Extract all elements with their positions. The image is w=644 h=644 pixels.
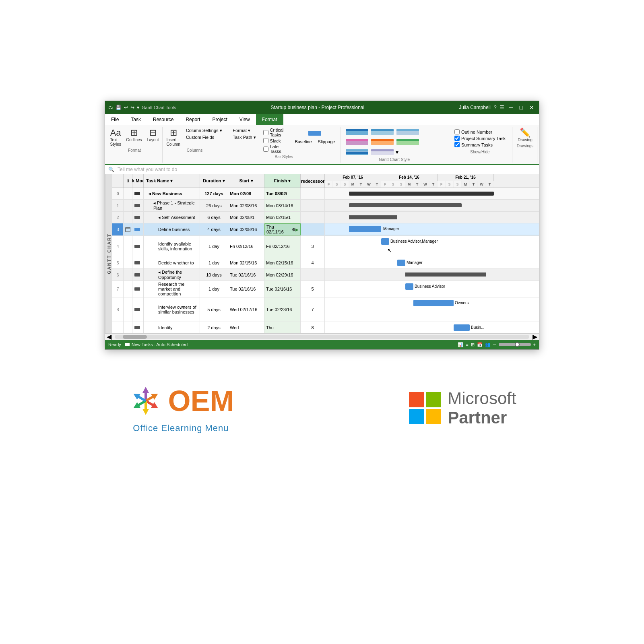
critical-tasks-input[interactable] bbox=[263, 130, 268, 135]
close-btn[interactable]: ✕ bbox=[528, 104, 536, 111]
baseline-btn[interactable]: Baseline bbox=[292, 139, 314, 144]
gantt-date-header: Feb 07, '16 Feb 14, '16 Feb 21, '16 F S … bbox=[325, 174, 539, 188]
gantt-bar-5 bbox=[397, 260, 405, 266]
table-row[interactable]: 8 Interview owners of similar businesses… bbox=[112, 297, 539, 322]
cursor-indicator: ↖ bbox=[387, 247, 392, 254]
gantt-style-8[interactable] bbox=[370, 148, 394, 157]
project-summary-input[interactable] bbox=[454, 136, 460, 141]
table-row[interactable]: 4 Identify available skills, information… bbox=[112, 236, 539, 257]
col-header-start[interactable]: Start ▾ bbox=[228, 174, 264, 188]
svg-rect-28 bbox=[134, 308, 140, 311]
scrollbar-track[interactable] bbox=[115, 335, 529, 339]
undo-btn[interactable]: ↩ bbox=[124, 105, 128, 110]
gantt-style-1[interactable] bbox=[345, 128, 369, 136]
tab-resource[interactable]: Resource bbox=[147, 114, 180, 125]
outline-number-check[interactable]: Outline Number bbox=[454, 129, 506, 134]
col-header-mode[interactable]: Task Mode ▾ bbox=[132, 174, 144, 188]
gantt-style-more[interactable]: ▾ bbox=[396, 149, 398, 155]
gridlines-btn[interactable]: ⊞ Gridlines bbox=[124, 128, 143, 143]
gantt-style-4[interactable] bbox=[345, 138, 369, 147]
gridlines-icon: ⊞ bbox=[130, 128, 138, 137]
quick-access-more[interactable]: ▾ bbox=[137, 105, 139, 110]
oem-arrows-icon bbox=[128, 383, 164, 419]
late-tasks-input[interactable] bbox=[263, 147, 268, 152]
gantt-style-6[interactable] bbox=[396, 138, 420, 147]
gantt-style-5[interactable] bbox=[370, 138, 394, 147]
task-start-3: Mon 02/08/16 bbox=[228, 223, 264, 235]
gantt-style-3[interactable] bbox=[396, 128, 420, 136]
zoom-out-btn[interactable]: ─ bbox=[493, 342, 496, 347]
zoom-slider[interactable] bbox=[499, 343, 531, 346]
table-row[interactable]: 7 Research the market and competition 1 … bbox=[112, 281, 539, 297]
ribbon-display-icon[interactable]: ☰ bbox=[500, 105, 504, 110]
search-placeholder[interactable]: Tell me what you want to do bbox=[118, 167, 177, 172]
col-header-pred[interactable]: Predecessors bbox=[301, 174, 325, 188]
layout-btn[interactable]: ⊟ Layout bbox=[145, 128, 161, 143]
tab-format[interactable]: Format bbox=[256, 114, 283, 125]
slack-check[interactable]: Slack bbox=[263, 138, 289, 143]
gantt-style-7[interactable] bbox=[345, 148, 369, 157]
oem-top: OEM bbox=[128, 383, 234, 419]
tab-project[interactable]: Project bbox=[206, 114, 233, 125]
critical-tasks-check[interactable]: Critical Tasks bbox=[263, 128, 289, 137]
task-start-7: Tue 02/16/16 bbox=[228, 281, 264, 297]
gantt-chart-vertical-label: GANTT CHART bbox=[105, 174, 112, 333]
late-tasks-check[interactable]: Late Tasks bbox=[263, 144, 289, 154]
gantt-style-2[interactable] bbox=[370, 128, 394, 136]
redo-btn[interactable]: ↪ bbox=[130, 105, 134, 110]
maximize-btn[interactable]: □ bbox=[518, 104, 524, 111]
col-header-task-name[interactable]: Task Name ▾ bbox=[144, 174, 200, 188]
col-header-finish[interactable]: Finish ▾ bbox=[264, 174, 301, 188]
tab-file[interactable]: File bbox=[105, 114, 125, 125]
table-row[interactable]: 0 ◂ New Business 127 days Mon 02/08 Tue … bbox=[112, 188, 539, 200]
scrollbar-thumb[interactable] bbox=[123, 335, 147, 339]
scroll-right-btn[interactable]: ▶ bbox=[531, 333, 539, 341]
gantt-row-5: Manager bbox=[325, 257, 539, 268]
minimize-btn[interactable]: ─ bbox=[508, 104, 515, 111]
ms-partner-row: Microsoft Partner bbox=[409, 389, 516, 427]
task-path-btn[interactable]: Task Path ▾ bbox=[230, 134, 258, 140]
format-btn[interactable]: Format ▾ bbox=[230, 128, 258, 134]
tab-view[interactable]: View bbox=[233, 114, 256, 125]
summary-tasks-input[interactable] bbox=[454, 142, 460, 147]
tab-report[interactable]: Report bbox=[180, 114, 206, 125]
view-task-btn[interactable]: ≡ bbox=[466, 342, 468, 347]
auto-schedule-icon-2 bbox=[134, 214, 140, 221]
svg-rect-25 bbox=[134, 261, 140, 264]
row-info-1 bbox=[124, 200, 132, 211]
row-num-5: 5 bbox=[112, 257, 124, 268]
view-resource-btn[interactable]: 👥 bbox=[485, 342, 491, 347]
task-btn[interactable] bbox=[292, 128, 337, 138]
scroll-left-btn[interactable]: ◀ bbox=[105, 333, 113, 341]
view-gantt-btn[interactable]: 📊 bbox=[458, 342, 463, 347]
summary-tasks-check[interactable]: Summary Tasks bbox=[454, 142, 506, 147]
zoom-thumb[interactable] bbox=[515, 342, 520, 347]
column-settings-btn[interactable]: Column Settings ▾ bbox=[184, 128, 225, 134]
horizontal-scrollbar[interactable]: ◀ ▶ bbox=[105, 333, 539, 340]
quick-save[interactable]: 💾 bbox=[116, 105, 122, 110]
help-icon[interactable]: ? bbox=[494, 105, 497, 110]
project-summary-check[interactable]: Project Summary Task bbox=[454, 136, 506, 141]
drawing-btn[interactable]: ✏️ Drawing bbox=[516, 128, 534, 143]
col-header-duration[interactable]: Duration ▾ bbox=[200, 174, 228, 188]
table-row[interactable]: 3 Define business 4 days Mon 02/08/16 Th… bbox=[112, 223, 539, 236]
svg-rect-8 bbox=[346, 139, 368, 141]
task-duration-0: 127 days bbox=[200, 188, 228, 199]
table-row[interactable]: 2 ◂ Self-Assessment 6 days Mon 02/08/1 M… bbox=[112, 212, 539, 223]
table-row[interactable]: 1 ◂ Phase 1 - Strategic Plan 26 days Mon… bbox=[112, 200, 539, 212]
slack-input[interactable] bbox=[263, 138, 268, 143]
view-calendar-btn[interactable]: 📅 bbox=[477, 342, 483, 347]
table-row[interactable]: 6 ◂ Define the Opportunity 10 days Tue 0… bbox=[112, 269, 539, 281]
zoom-in-btn[interactable]: + bbox=[533, 342, 536, 347]
custom-fields-btn[interactable]: Custom Fields bbox=[184, 134, 225, 140]
slippage-btn[interactable]: Slippage bbox=[316, 139, 338, 144]
text-styles-btn[interactable]: Aa TextStyles bbox=[108, 128, 123, 147]
task-finish-1: Mon 03/14/16 bbox=[264, 200, 301, 211]
outline-number-input[interactable] bbox=[454, 129, 460, 134]
table-row[interactable]: 5 Decide whether to 1 day Mon 02/15/16 M… bbox=[112, 257, 539, 269]
table-row[interactable]: Identify 2 days Wed Thu 8 Busin... bbox=[112, 322, 539, 333]
insert-column-btn[interactable]: ⊞ InsertColumn bbox=[165, 128, 182, 147]
tab-task[interactable]: Task bbox=[125, 114, 147, 125]
gd-13: T bbox=[429, 181, 438, 188]
view-usage-btn[interactable]: ⊞ bbox=[471, 342, 475, 347]
